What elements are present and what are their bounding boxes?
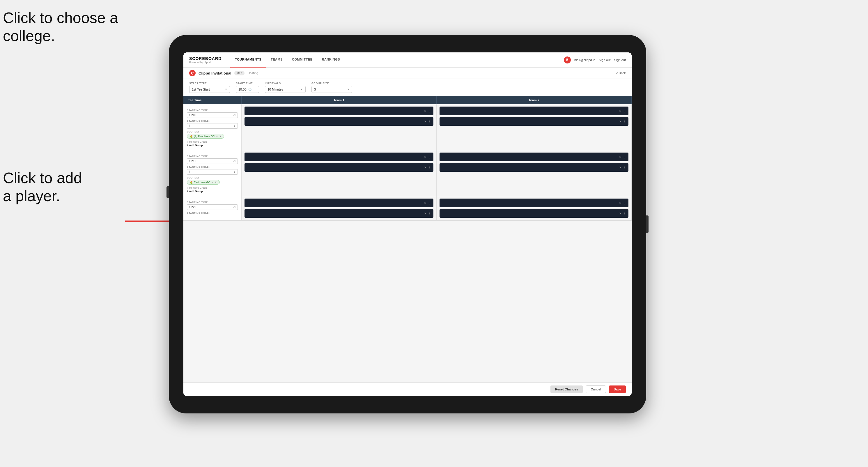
player-slot-actions: ✕ ⋮ — [424, 120, 431, 123]
team1-cell-1: ✕ ⋮ ✕ ⋮ — [242, 104, 437, 150]
player-expand-icon[interactable]: ⋮ — [428, 201, 431, 205]
add-group-btn-1[interactable]: + Add Group — [187, 144, 238, 147]
intervals-label: Intervals — [265, 82, 306, 85]
time-icon-3: ⏱ — [233, 206, 236, 209]
player-x-icon[interactable]: ✕ — [424, 166, 427, 169]
remove-group-btn-1[interactable]: ○ Remove Group — [187, 140, 238, 143]
player-expand-icon[interactable]: ⋮ — [623, 166, 626, 169]
player-expand-icon[interactable]: ⋮ — [428, 110, 431, 113]
player-expand-icon[interactable]: ⋮ — [623, 110, 626, 113]
cancel-button[interactable]: Cancel — [586, 385, 606, 393]
course-icon-2: ⛳ — [189, 181, 193, 184]
starting-hole-input-2[interactable]: 1 ▼ — [187, 169, 238, 175]
group-size-select[interactable]: 3 ▼ — [311, 86, 352, 93]
nav-right: B blair@clippd.io Sign out Sign out — [564, 57, 626, 63]
intervals-select[interactable]: 10 Minutes ▼ — [265, 86, 306, 93]
player-slot[interactable]: ✕ ⋮ — [439, 153, 628, 161]
course-label-2: Course: — [187, 177, 238, 179]
starting-hole-label-2: Starting Hole: — [187, 166, 238, 168]
player-slot[interactable]: ✕ ⋮ — [439, 198, 628, 207]
player-expand-icon[interactable]: ⋮ — [623, 155, 626, 159]
config-actions-2: ○ Remove Group + Add Group — [187, 186, 238, 193]
player-x-icon[interactable]: ✕ — [424, 120, 427, 123]
player-expand-icon[interactable]: ⋮ — [623, 120, 626, 123]
tablet-power-button — [646, 215, 649, 233]
starting-time-label-3: Starting Time: — [187, 201, 238, 204]
player-x-icon[interactable]: ✕ — [424, 110, 427, 113]
hole-arrow-icon-1: ▼ — [233, 125, 236, 127]
course-remove-2[interactable]: ✕ — [211, 181, 213, 184]
th-team2: Team 2 — [437, 96, 632, 104]
brand-title: SCOREBOARD — [189, 56, 221, 61]
player-expand-icon[interactable]: ⋮ — [623, 212, 626, 215]
clippd-logo: C — [189, 70, 196, 76]
form-controls: Start Type 1st Tee Start ▼ Start Time 10… — [183, 79, 632, 96]
player-x-icon[interactable]: ✕ — [619, 166, 621, 169]
player-x-icon[interactable]: ✕ — [619, 120, 621, 123]
user-avatar: B — [564, 57, 571, 63]
player-x-icon[interactable]: ✕ — [424, 212, 427, 215]
player-expand-icon[interactable]: ⋮ — [428, 166, 431, 169]
annotation-add-player: Click to add a player. — [3, 169, 82, 205]
player-slot[interactable]: ✕ ⋮ — [439, 106, 628, 115]
starting-time-input-3[interactable]: 10:20 ⏱ — [187, 205, 238, 210]
player-x-icon[interactable]: ✕ — [619, 201, 621, 205]
hole-arrow-icon-2: ▼ — [233, 170, 236, 174]
remove-group-btn-2[interactable]: ○ Remove Group — [187, 186, 238, 189]
starting-time-input-1[interactable]: 10:00 ⏱ — [187, 113, 238, 118]
nav-committee[interactable]: COMMITTEE — [287, 53, 317, 67]
start-type-group: Start Type 1st Tee Start ▼ — [189, 82, 230, 93]
tee-config-2: Starting Time: 10:10 ⏱ Starting Hole: 1 … — [183, 150, 242, 196]
tournament-badge: Men — [234, 71, 245, 75]
nav-teams[interactable]: TEAMS — [266, 53, 287, 67]
player-slot-actions: ✕ ⋮ — [424, 110, 431, 113]
player-slot[interactable]: ✕ ⋮ — [245, 106, 433, 115]
player-x-icon[interactable]: ✕ — [619, 155, 621, 159]
start-type-arrow-icon: ▼ — [225, 88, 227, 91]
player-expand-icon[interactable]: ⋮ — [428, 155, 431, 159]
start-type-select[interactable]: 1st Tee Start ▼ — [189, 86, 230, 93]
intervals-arrow-icon: ▼ — [300, 88, 303, 91]
starting-hole-label-1: Starting Hole: — [187, 120, 238, 122]
player-slot[interactable]: ✕ ⋮ — [245, 209, 433, 218]
start-time-input[interactable]: 10:00 🕙 — [236, 86, 259, 93]
player-x-icon[interactable]: ✕ — [619, 110, 621, 113]
course-tag-1[interactable]: ⛳ (A) Peachtree GC ✕ ▼ — [187, 134, 224, 138]
group-size-value: 3 — [314, 88, 316, 91]
nav-tournaments[interactable]: TOURNAMENTS — [230, 53, 266, 67]
player-slot[interactable]: ✕ ⋮ — [245, 117, 433, 126]
player-slot[interactable]: ✕ ⋮ — [439, 117, 628, 126]
course-arrow-1: ▼ — [219, 135, 222, 138]
add-group-btn-2[interactable]: + Add Group — [187, 190, 238, 193]
starting-hole-label-3: Starting Hole: — [187, 212, 238, 214]
player-slot[interactable]: ✕ ⋮ — [439, 163, 628, 172]
player-slot[interactable]: ✕ ⋮ — [439, 209, 628, 218]
player-slot[interactable]: ✕ ⋮ — [245, 163, 433, 172]
start-time-value: 10:00 — [238, 88, 247, 91]
sign-out-link[interactable]: Sign out — [599, 58, 610, 62]
table-row: Starting Time: 10:10 ⏱ Starting Hole: 1 … — [183, 150, 632, 196]
player-expand-icon[interactable]: ⋮ — [428, 120, 431, 123]
reset-changes-button[interactable]: Reset Changes — [551, 385, 583, 393]
nav-rankings[interactable]: RANKINGS — [317, 53, 345, 67]
back-button[interactable]: < Back — [616, 71, 626, 75]
player-expand-icon[interactable]: ⋮ — [623, 201, 626, 205]
time-icon-2: ⏱ — [233, 160, 236, 163]
clock-icon: 🕙 — [248, 88, 251, 91]
save-button[interactable]: Save — [609, 385, 626, 393]
player-slot[interactable]: ✕ ⋮ — [245, 153, 433, 161]
player-x-icon[interactable]: ✕ — [424, 155, 427, 159]
tablet-screen: SCOREBOARD Powered by clippd TOURNAMENTS… — [183, 53, 632, 396]
course-remove-1[interactable]: ✕ — [216, 135, 218, 138]
player-x-icon[interactable]: ✕ — [424, 201, 427, 205]
starting-hole-input-1[interactable]: 1 ▼ — [187, 123, 238, 129]
player-x-icon[interactable]: ✕ — [619, 212, 621, 215]
course-tag-2[interactable]: ⛳ East Lake GC ✕ ▼ — [187, 180, 220, 185]
player-expand-icon[interactable]: ⋮ — [428, 212, 431, 215]
th-tee-time: Tee Time — [183, 96, 242, 104]
player-slot[interactable]: ✕ ⋮ — [245, 198, 433, 207]
sign-out-text[interactable]: Sign out — [614, 58, 626, 62]
tablet-device: SCOREBOARD Powered by clippd TOURNAMENTS… — [169, 35, 646, 413]
starting-time-label-2: Starting Time: — [187, 155, 238, 157]
starting-time-input-2[interactable]: 10:10 ⏱ — [187, 158, 238, 164]
